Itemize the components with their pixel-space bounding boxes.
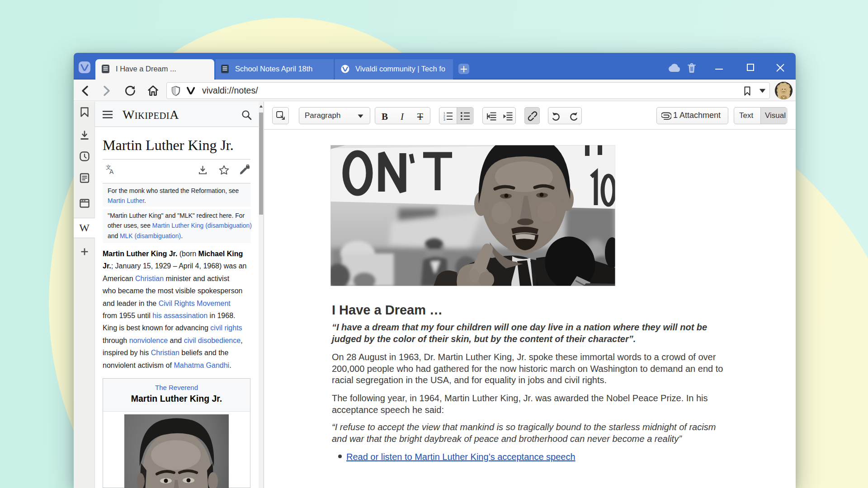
svg-text:1: 1 [443, 112, 445, 115]
svg-text:3: 3 [443, 118, 445, 121]
svg-text:A: A [109, 168, 114, 175]
svg-text:2: 2 [443, 115, 445, 118]
